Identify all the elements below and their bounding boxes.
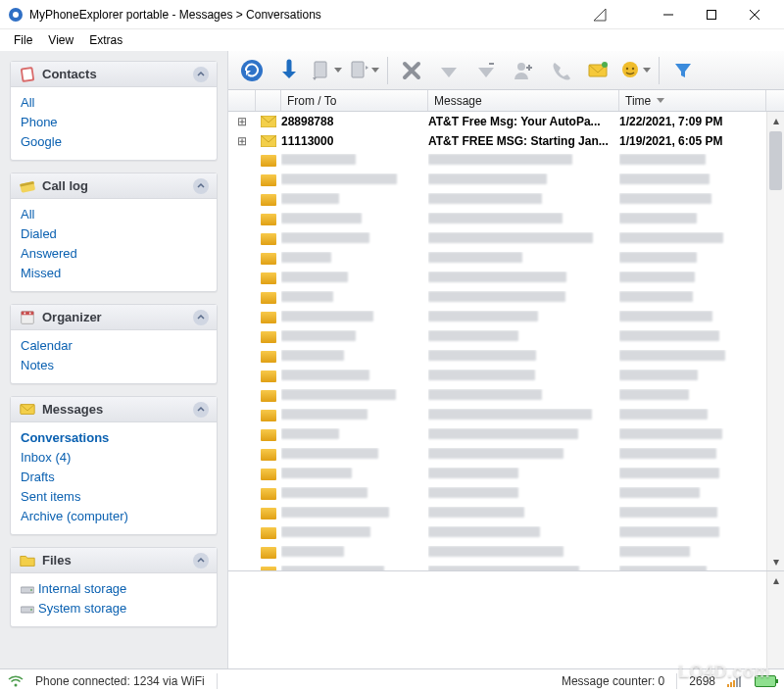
- column-expand[interactable]: [228, 90, 256, 111]
- sidebar-item-dialed[interactable]: Dialed: [21, 224, 207, 244]
- message-icon: [256, 272, 281, 284]
- table-row-blurred[interactable]: [228, 425, 766, 445]
- sidebar-item-archive-computer-[interactable]: Archive (computer): [21, 507, 207, 526]
- expand-icon[interactable]: ⊞: [228, 134, 256, 148]
- table-row-blurred[interactable]: [228, 190, 766, 210]
- scroll-thumb[interactable]: [769, 131, 782, 190]
- table-row-blurred[interactable]: [228, 269, 766, 288]
- column-icon[interactable]: [256, 90, 281, 111]
- collapse-icon[interactable]: [193, 310, 209, 325]
- sidebar-item-system-storage[interactable]: System storage: [21, 599, 207, 618]
- cell-time: [619, 409, 766, 422]
- collapse-icon[interactable]: [193, 67, 209, 82]
- collapse-icon[interactable]: [193, 402, 209, 418]
- column-time[interactable]: Time: [619, 90, 766, 111]
- export-button[interactable]: [346, 53, 381, 88]
- add-contact-button[interactable]: [506, 53, 541, 88]
- cell-time: [619, 330, 766, 344]
- sidebar-item-notes[interactable]: Notes: [21, 356, 207, 375]
- cell-message: [428, 193, 619, 207]
- scroll-up-icon[interactable]: ▴: [767, 112, 784, 129]
- table-row-blurred[interactable]: [228, 249, 766, 269]
- sidebar-item-internal-storage[interactable]: Internal storage: [21, 579, 207, 599]
- table-row-blurred[interactable]: [228, 171, 766, 190]
- table-row-blurred[interactable]: [228, 367, 766, 386]
- sidebar-section-contacts: ContactsAllPhoneGoogle: [10, 61, 218, 161]
- menu-view[interactable]: View: [40, 31, 81, 49]
- table-row-blurred[interactable]: [228, 563, 766, 570]
- section-header[interactable]: Messages: [11, 397, 217, 422]
- call-button[interactable]: [543, 53, 578, 88]
- sidebar-item-all[interactable]: All: [21, 205, 207, 224]
- close-button[interactable]: [733, 1, 776, 28]
- new-message-button[interactable]: [580, 53, 615, 88]
- forward-button[interactable]: [431, 53, 466, 88]
- sidebar-item-conversations[interactable]: Conversations: [21, 428, 207, 448]
- sidebar-item-sent-items[interactable]: Sent items: [21, 487, 207, 507]
- collapse-icon[interactable]: [193, 178, 209, 194]
- column-message[interactable]: Message: [428, 90, 619, 111]
- cell-message: [428, 389, 619, 403]
- svg-point-1: [13, 12, 19, 18]
- refresh-button[interactable]: [234, 53, 270, 88]
- cell-from: [281, 252, 428, 266]
- sidebar-item-missed[interactable]: Missed: [21, 264, 207, 283]
- menu-file[interactable]: File: [6, 31, 40, 49]
- sidebar-item-google[interactable]: Google: [21, 132, 207, 152]
- cell-message: [428, 546, 619, 560]
- reply-button[interactable]: [468, 53, 504, 88]
- cell-time: [619, 350, 766, 364]
- drive-icon: [21, 605, 34, 615]
- download-button[interactable]: [271, 53, 307, 88]
- table-row-blurred[interactable]: [228, 347, 766, 367]
- delete-button[interactable]: [394, 53, 429, 88]
- table-row[interactable]: ⊞28898788AT&T Free Msg: Your AutoPa...1/…: [228, 112, 766, 131]
- message-icon: [256, 508, 281, 519]
- cell-time: [619, 546, 766, 560]
- chat-button[interactable]: [617, 53, 653, 88]
- table-row-blurred[interactable]: [228, 327, 766, 347]
- menu-extras[interactable]: Extras: [81, 31, 130, 49]
- table-row-blurred[interactable]: [228, 210, 766, 229]
- sidebar-item-phone[interactable]: Phone: [21, 113, 207, 132]
- import-button[interactable]: [309, 53, 344, 88]
- cell-from: [281, 330, 428, 344]
- table-row-blurred[interactable]: [228, 465, 766, 484]
- table-row-blurred[interactable]: [228, 406, 766, 425]
- maximize-button[interactable]: [690, 1, 733, 28]
- table-row-blurred[interactable]: [228, 445, 766, 465]
- collapse-icon[interactable]: [193, 553, 209, 568]
- preview-scrollbar[interactable]: ▴: [766, 571, 784, 668]
- column-from[interactable]: From / To: [281, 90, 428, 111]
- table-row[interactable]: ⊞11113000AT&T FREE MSG: Starting Jan...1…: [228, 131, 766, 151]
- section-header[interactable]: Organizer: [11, 305, 217, 330]
- cell-from: [281, 154, 428, 168]
- vertical-scrollbar[interactable]: ▴ ▾: [766, 112, 784, 570]
- toolbar: [228, 51, 784, 90]
- table-row-blurred[interactable]: [228, 151, 766, 171]
- expand-icon[interactable]: ⊞: [228, 115, 256, 128]
- table-row-blurred[interactable]: [228, 504, 766, 523]
- cell-time: [619, 311, 766, 324]
- table-row-blurred[interactable]: [228, 229, 766, 249]
- sidebar-item-inbox-4-[interactable]: Inbox (4): [21, 448, 207, 468]
- sidebar-item-all[interactable]: All: [21, 93, 207, 113]
- files-icon: [19, 552, 36, 569]
- scroll-up-icon[interactable]: ▴: [767, 571, 784, 589]
- table-row-blurred[interactable]: [228, 288, 766, 308]
- sidebar-item-drafts[interactable]: Drafts: [21, 468, 207, 487]
- section-header[interactable]: Call log: [11, 173, 217, 199]
- table-row-blurred[interactable]: [228, 543, 766, 563]
- table-row-blurred[interactable]: [228, 484, 766, 504]
- section-header[interactable]: Contacts: [11, 62, 217, 87]
- table-row-blurred[interactable]: [228, 523, 766, 543]
- section-header[interactable]: Files: [11, 548, 217, 573]
- cell-from: [281, 311, 428, 324]
- minimize-button[interactable]: [647, 1, 690, 28]
- table-row-blurred[interactable]: [228, 386, 766, 406]
- sidebar-item-calendar[interactable]: Calendar: [21, 336, 207, 356]
- scroll-down-icon[interactable]: ▾: [767, 553, 784, 570]
- sidebar-item-answered[interactable]: Answered: [21, 244, 207, 264]
- filter-button[interactable]: [665, 53, 701, 88]
- table-row-blurred[interactable]: [228, 308, 766, 327]
